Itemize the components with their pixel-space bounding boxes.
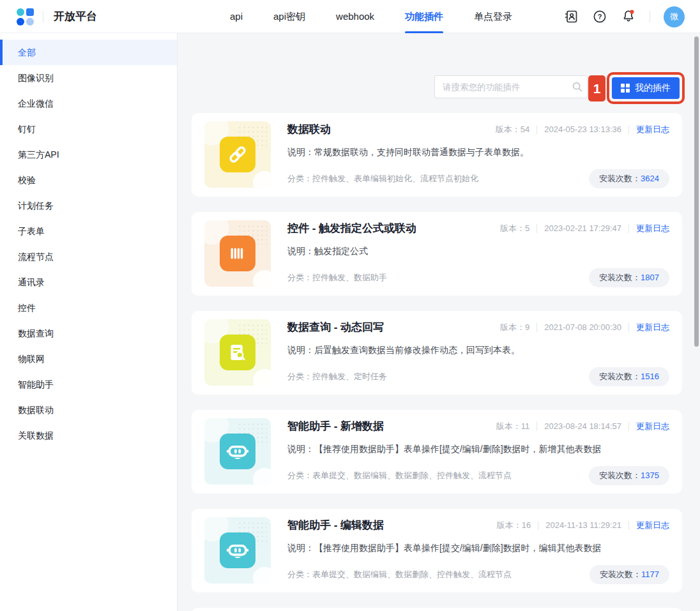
changelog-link[interactable]: 更新日志 <box>636 223 669 234</box>
plugin-categories: 分类：控件触发、表单编辑初始化、流程节点初始化 <box>287 173 478 185</box>
category-sidebar: 全部 图像识别 企业微信 钉钉 第三方API 校验 计划任务 子表单 流程节点 … <box>0 33 178 611</box>
sidebar-item-dingtalk[interactable]: 钉钉 <box>0 116 177 142</box>
open-platform-page: 开放平台 api api密钥 webhook 功能插件 单点登录 ? <box>0 0 700 611</box>
plugin-content-area: 我的插件 1 <box>178 33 700 611</box>
plugin-card[interactable]: 智能助手 - 新增数据 版本：11 2023-08-24 18:14:57 更新… <box>192 410 682 494</box>
header-divider <box>650 11 650 22</box>
robot-icon <box>220 532 255 568</box>
sidebar-item-flow-node[interactable]: 流程节点 <box>0 244 177 269</box>
plugin-icon-box <box>204 319 271 386</box>
doc-search-icon <box>220 335 255 370</box>
plugin-title: 控件 - 触发指定公式或联动 <box>287 221 416 236</box>
plugin-card[interactable]: 数据查询 - 动态回写 版本：9 2021-07-08 20:00:30 更新日… <box>192 311 682 395</box>
plugin-meta: 版本：16 2024-11-13 11:29:21 更新日志 <box>497 520 669 531</box>
sidebar-item-related-data[interactable]: 关联数据 <box>0 423 177 448</box>
top-nav: api api密钥 webhook 功能插件 单点登录 <box>230 0 512 33</box>
plugin-categories: 分类：表单提交、数据编辑、数据删除、控件触发、流程节点 <box>287 569 512 580</box>
sidebar-item-subform[interactable]: 子表单 <box>0 218 177 244</box>
barcode-icon <box>220 236 255 271</box>
plugin-icon-box <box>204 517 271 584</box>
sidebar-item-smart-assistant[interactable]: 智能助手 <box>0 372 177 397</box>
plugin-meta: 版本：9 2021-07-08 20:00:30 更新日志 <box>500 322 669 333</box>
install-count-badge: 安装次数：1375 <box>589 466 669 485</box>
annotation-marker-1: 1 <box>588 75 605 102</box>
updated-time: 2024-11-13 11:29:21 <box>545 520 621 530</box>
sidebar-item-widget[interactable]: 控件 <box>0 295 177 321</box>
plugin-card[interactable]: 数据查询 - 到子表单 版本：52 2025-08-14 14:13:38 更新… <box>192 608 682 611</box>
plugin-description: 说明：【推荐使用数据助手】表单操作[提交/编辑/删除]数据时，新增其他表数据 <box>287 444 669 455</box>
plugin-card[interactable]: 智能助手 - 编辑数据 版本：16 2024-11-13 11:29:21 更新… <box>192 509 682 592</box>
sidebar-item-contacts[interactable]: 通讯录 <box>0 269 177 295</box>
search-icon[interactable] <box>571 80 584 93</box>
top-header: 开放平台 api api密钥 webhook 功能插件 单点登录 ? <box>0 0 700 33</box>
vertical-scrollbar[interactable] <box>694 36 699 347</box>
help-icon[interactable]: ? <box>592 9 607 24</box>
plugin-title: 智能助手 - 新增数据 <box>287 419 384 434</box>
install-count-badge: 安装次数：1516 <box>589 367 669 386</box>
updated-time: 2023-02-21 17:29:47 <box>544 223 621 233</box>
link-icon <box>220 137 255 172</box>
tab-api-key[interactable]: api密钥 <box>273 0 305 33</box>
version-label: 版本：9 <box>500 322 529 333</box>
sidebar-item-validation[interactable]: 校验 <box>0 167 177 193</box>
plugin-list: 数据联动 版本：54 2024-05-23 13:13:36 更新日志 说明：常… <box>192 113 682 611</box>
plugin-meta: 版本：5 2023-02-21 17:29:47 更新日志 <box>500 223 669 234</box>
tab-webhook[interactable]: webhook <box>336 0 374 33</box>
plugin-icon-box <box>204 121 271 188</box>
plugin-meta: 版本：11 2023-08-24 18:14:57 更新日志 <box>496 421 669 432</box>
app-logo-icon[interactable] <box>17 8 34 26</box>
search-input[interactable] <box>434 75 588 98</box>
updated-time: 2024-05-23 13:13:36 <box>544 124 621 134</box>
page-title: 开放平台 <box>54 0 97 33</box>
plugin-description: 说明：后置触发查询数据当前修改操作动态，回写到本表。 <box>287 345 669 356</box>
plugin-categories: 分类：控件触发、数据助手 <box>287 272 387 283</box>
robot-icon <box>220 434 255 469</box>
tab-plugins[interactable]: 功能插件 <box>405 0 443 33</box>
install-count-badge: 安装次数：3624 <box>589 169 669 188</box>
header-actions: ? 微 <box>563 0 685 33</box>
version-label: 版本：11 <box>496 421 530 432</box>
plugin-icon-box <box>204 220 271 287</box>
install-count-badge: 安装次数：1807 <box>589 268 669 287</box>
updated-time: 2023-08-24 18:14:57 <box>544 421 621 431</box>
plugin-title: 智能助手 - 编辑数据 <box>287 518 384 532</box>
header-divider <box>43 11 43 22</box>
version-label: 版本：5 <box>500 223 529 234</box>
sidebar-item-third-party-api[interactable]: 第三方API <box>0 142 177 167</box>
changelog-link[interactable]: 更新日志 <box>636 421 669 432</box>
plugin-description: 说明：【推荐使用数据助手】表单操作[提交/编辑/删除]数据时，编辑其他表数据 <box>287 543 669 554</box>
plugin-description: 说明：触发指定公式 <box>287 246 669 257</box>
sidebar-item-data-linkage[interactable]: 数据联动 <box>0 397 177 423</box>
changelog-link[interactable]: 更新日志 <box>636 520 669 531</box>
plugin-card[interactable]: 控件 - 触发指定公式或联动 版本：5 2023-02-21 17:29:47 … <box>192 212 682 296</box>
sidebar-item-wecom[interactable]: 企业微信 <box>0 91 177 116</box>
notification-bell-icon[interactable] <box>621 9 636 24</box>
sidebar-item-iot[interactable]: 物联网 <box>0 346 177 372</box>
updated-time: 2021-07-08 20:00:30 <box>544 322 621 332</box>
plugin-card[interactable]: 数据联动 版本：54 2024-05-23 13:13:36 更新日志 说明：常… <box>192 113 682 197</box>
tab-sso[interactable]: 单点登录 <box>474 0 512 33</box>
sidebar-item-scheduled-task[interactable]: 计划任务 <box>0 193 177 218</box>
plugin-categories: 分类：控件触发、定时任务 <box>287 371 387 382</box>
version-label: 版本：16 <box>497 520 531 531</box>
changelog-link[interactable]: 更新日志 <box>636 322 669 333</box>
user-avatar[interactable]: 微 <box>664 6 685 27</box>
changelog-link[interactable]: 更新日志 <box>636 124 669 135</box>
my-plugins-button-label: 我的插件 <box>635 82 671 94</box>
sidebar-item-data-query[interactable]: 数据查询 <box>0 321 177 346</box>
plugin-description: 说明：常规数据联动，支持同时联动普通数据与子表单数据。 <box>287 147 669 158</box>
plugin-meta: 版本：54 2024-05-23 13:13:36 更新日志 <box>496 124 669 135</box>
plugin-icon-box <box>204 418 271 485</box>
version-label: 版本：54 <box>496 124 529 135</box>
contacts-icon[interactable] <box>563 9 579 24</box>
my-plugins-button[interactable]: 我的插件 <box>612 77 680 99</box>
svg-text:?: ? <box>598 13 602 20</box>
sidebar-item-all[interactable]: 全部 <box>0 40 177 65</box>
plugin-title: 数据查询 - 动态回写 <box>287 320 384 335</box>
plugin-title: 数据联动 <box>287 122 331 137</box>
grid-icon <box>621 84 630 93</box>
install-count-badge: 安装次数：1177 <box>590 565 669 584</box>
tab-api[interactable]: api <box>230 0 243 33</box>
sidebar-item-image-recognition[interactable]: 图像识别 <box>0 65 177 91</box>
plugin-categories: 分类：表单提交、数据编辑、数据删除、控件触发、流程节点 <box>287 470 512 481</box>
